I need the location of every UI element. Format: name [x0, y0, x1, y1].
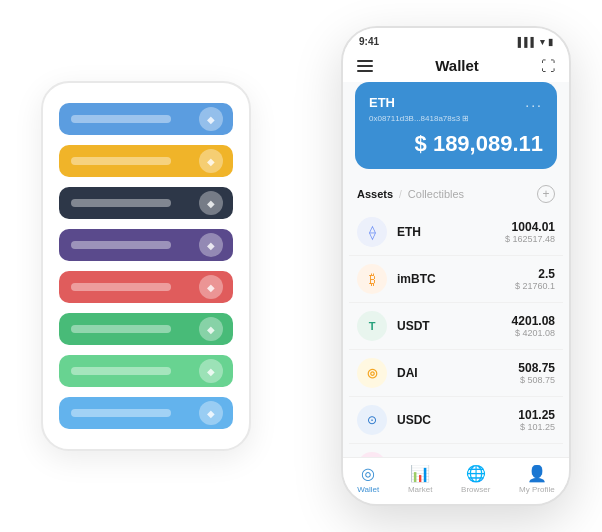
- add-asset-button[interactable]: +: [537, 185, 555, 203]
- dai-icon: ◎: [357, 358, 387, 388]
- usdc-amount: 101.25: [518, 408, 555, 422]
- eth-card-menu[interactable]: ...: [525, 94, 543, 110]
- profile-nav-label: My Profile: [519, 485, 555, 494]
- asset-item-usdc[interactable]: ⊙ USDC 101.25 $ 101.25: [349, 397, 563, 444]
- list-item[interactable]: ◆: [59, 397, 233, 429]
- asset-item-imbtc[interactable]: ₿ imBTC 2.5 $ 21760.1: [349, 256, 563, 303]
- browser-nav-label: Browser: [461, 485, 490, 494]
- asset-values-usdt: 4201.08 $ 4201.08: [512, 314, 555, 338]
- asset-name-eth: ETH: [397, 225, 505, 239]
- asset-item-tft[interactable]: 🌿 TFT 13 0: [349, 444, 563, 457]
- bottom-nav: ◎ Wallet 📊 Market 🌐 Browser 👤 My Profile: [343, 457, 569, 504]
- background-phone: ◆ ◆ ◆ ◆ ◆ ◆ ◆ ◆: [41, 81, 251, 451]
- asset-name-imbtc: imBTC: [397, 272, 515, 286]
- nav-item-market[interactable]: 📊 Market: [408, 464, 432, 494]
- nav-item-browser[interactable]: 🌐 Browser: [461, 464, 490, 494]
- page-title: Wallet: [435, 57, 479, 74]
- card-icon: ◆: [199, 107, 223, 131]
- list-item[interactable]: ◆: [59, 187, 233, 219]
- list-item[interactable]: ◆: [59, 229, 233, 261]
- scene: ◆ ◆ ◆ ◆ ◆ ◆ ◆ ◆: [11, 11, 591, 521]
- eth-card-header: ETH ...: [369, 94, 543, 110]
- wifi-icon: ▾: [540, 37, 545, 47]
- front-phone: 9:41 ▌▌▌ ▾ ▮ Wallet ⛶ ETH ... 0x08711d3B…: [341, 26, 571, 506]
- card-icon: ◆: [199, 191, 223, 215]
- asset-item-usdt[interactable]: T USDT 4201.08 $ 4201.08: [349, 303, 563, 350]
- market-nav-label: Market: [408, 485, 432, 494]
- asset-values-usdc: 101.25 $ 101.25: [518, 408, 555, 432]
- eth-card[interactable]: ETH ... 0x08711d3B...8418a78s3 ⊞ $ 189,0…: [355, 82, 557, 169]
- profile-nav-icon: 👤: [527, 464, 547, 483]
- signal-icon: ▌▌▌: [518, 37, 537, 47]
- battery-icon: ▮: [548, 37, 553, 47]
- status-icons: ▌▌▌ ▾ ▮: [518, 37, 553, 47]
- tab-divider: /: [399, 189, 402, 200]
- usdt-amount: 4201.08: [512, 314, 555, 328]
- asset-name-dai: DAI: [397, 366, 518, 380]
- card-icon: ◆: [199, 275, 223, 299]
- assets-tabs: Assets / Collectibles: [357, 188, 464, 200]
- dai-amount: 508.75: [518, 361, 555, 375]
- eth-card-token: ETH: [369, 95, 395, 110]
- imbtc-icon: ₿: [357, 264, 387, 294]
- asset-values-imbtc: 2.5 $ 21760.1: [515, 267, 555, 291]
- asset-values-eth: 1004.01 $ 162517.48: [505, 220, 555, 244]
- dai-usd: $ 508.75: [518, 375, 555, 385]
- asset-list: ⟠ ETH 1004.01 $ 162517.48 ₿ imBTC 2.5 $ …: [343, 209, 569, 457]
- menu-button[interactable]: [357, 60, 373, 72]
- wallet-nav-icon: ◎: [361, 464, 375, 483]
- usdt-usd: $ 4201.08: [512, 328, 555, 338]
- asset-item-dai[interactable]: ◎ DAI 508.75 $ 508.75: [349, 350, 563, 397]
- asset-values-dai: 508.75 $ 508.75: [518, 361, 555, 385]
- tab-assets[interactable]: Assets: [357, 188, 393, 200]
- asset-name-usdt: USDT: [397, 319, 512, 333]
- list-item[interactable]: ◆: [59, 355, 233, 387]
- list-item[interactable]: ◆: [59, 271, 233, 303]
- imbtc-amount: 2.5: [515, 267, 555, 281]
- card-icon: ◆: [199, 401, 223, 425]
- card-icon: ◆: [199, 149, 223, 173]
- usdc-icon: ⊙: [357, 405, 387, 435]
- eth-card-address: 0x08711d3B...8418a78s3 ⊞: [369, 114, 543, 123]
- tab-collectibles[interactable]: Collectibles: [408, 188, 464, 200]
- assets-header: Assets / Collectibles +: [343, 179, 569, 209]
- asset-item-eth[interactable]: ⟠ ETH 1004.01 $ 162517.48: [349, 209, 563, 256]
- nav-item-profile[interactable]: 👤 My Profile: [519, 464, 555, 494]
- top-nav: Wallet ⛶: [343, 51, 569, 82]
- expand-icon[interactable]: ⛶: [541, 58, 555, 74]
- list-item[interactable]: ◆: [59, 103, 233, 135]
- eth-usd: $ 162517.48: [505, 234, 555, 244]
- list-item[interactable]: ◆: [59, 313, 233, 345]
- imbtc-usd: $ 21760.1: [515, 281, 555, 291]
- list-item[interactable]: ◆: [59, 145, 233, 177]
- wallet-nav-label: Wallet: [357, 485, 379, 494]
- eth-amount: 1004.01: [505, 220, 555, 234]
- status-bar: 9:41 ▌▌▌ ▾ ▮: [343, 28, 569, 51]
- eth-icon: ⟠: [357, 217, 387, 247]
- eth-card-currency: $: [415, 131, 433, 156]
- usdt-icon: T: [357, 311, 387, 341]
- nav-item-wallet[interactable]: ◎ Wallet: [357, 464, 379, 494]
- asset-name-usdc: USDC: [397, 413, 518, 427]
- time-label: 9:41: [359, 36, 379, 47]
- card-icon: ◆: [199, 233, 223, 257]
- card-icon: ◆: [199, 317, 223, 341]
- usdc-usd: $ 101.25: [518, 422, 555, 432]
- eth-card-amount: $ 189,089.11: [369, 131, 543, 157]
- market-nav-icon: 📊: [410, 464, 430, 483]
- browser-nav-icon: 🌐: [466, 464, 486, 483]
- card-icon: ◆: [199, 359, 223, 383]
